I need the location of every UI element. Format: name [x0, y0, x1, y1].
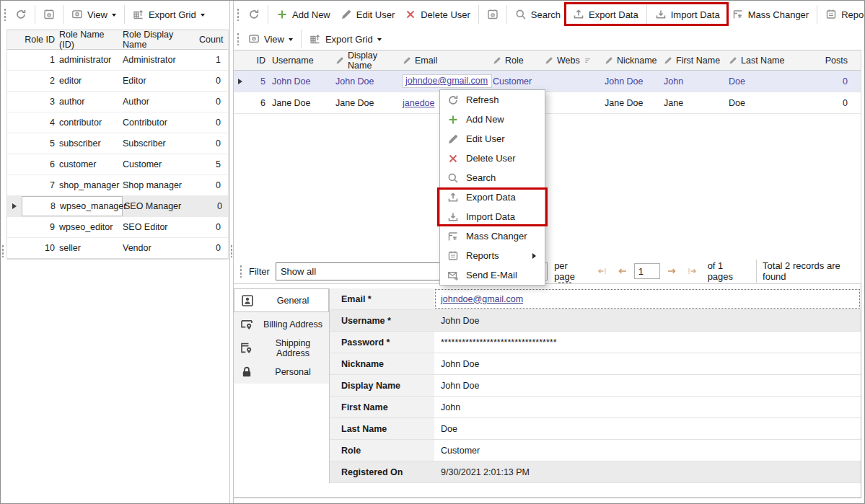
col-header-display-name[interactable]: Display Name	[335, 50, 403, 71]
import-data-button[interactable]: Import Data	[650, 3, 725, 26]
password-field[interactable]: *********************************	[434, 332, 861, 353]
export-data-button[interactable]: Export Data	[568, 3, 644, 26]
menu-item-export-data[interactable]: Export Data	[440, 187, 545, 207]
add-new-button[interactable]: Add New	[271, 3, 335, 26]
submenu-arrow-icon	[532, 253, 539, 259]
reports-label: Reports	[841, 9, 865, 20]
row-indicator-header	[234, 50, 247, 70]
role-row[interactable]: 3authorAuthor0	[7, 92, 228, 112]
first-name-field-label: First Name	[330, 397, 434, 417]
col-header-first-name[interactable]: First Name	[664, 56, 729, 66]
refresh-button[interactable]	[243, 3, 265, 26]
menu-item-import-data[interactable]: Import Data	[440, 207, 545, 226]
user-row-selected[interactable]: 5 John Doe John Doe johndoe@gmail.com Cu…	[234, 71, 861, 92]
menu-item-add-new[interactable]: Add New	[440, 110, 545, 129]
email-value-link[interactable]: johndoe@gmail.com	[441, 294, 523, 304]
edit-user-button[interactable]: Edit User	[335, 3, 400, 26]
pencil-icon	[341, 9, 352, 20]
col-header-last-name[interactable]: Last Name	[729, 56, 797, 66]
tab-billing-address-label: Billing Address	[260, 319, 329, 330]
col-header-posts[interactable]: Posts	[797, 56, 855, 66]
role-row[interactable]: 5subscriberSubscriber0	[7, 133, 228, 154]
email-link[interactable]: johndoe@gmail.com	[405, 76, 488, 86]
user-row[interactable]: 6 Jane Doe Jane Doe janedoe Jane Doe Jan…	[234, 92, 861, 114]
tab-general[interactable]: General	[234, 288, 329, 312]
col-header-nickname[interactable]: Nickname	[605, 56, 664, 66]
search-label: Search	[531, 9, 561, 20]
role-row[interactable]: 4contributorContributor0	[7, 112, 228, 133]
mass-changer-button[interactable]: Mass Changer	[727, 3, 814, 26]
role-count-cell: 1	[199, 55, 225, 65]
tab-billing-address[interactable]: Billing Address	[234, 312, 329, 336]
view-dropdown-button[interactable]: View	[243, 27, 298, 50]
export-grid-dropdown-button[interactable]: Export Grid	[304, 27, 387, 50]
role-count-cell: 0	[199, 243, 225, 253]
toolbar-drag-handle[interactable]	[240, 265, 242, 278]
pencil-icon	[664, 56, 672, 65]
grid-eye-icon	[487, 9, 499, 20]
menu-item-refresh[interactable]: Refresh	[440, 90, 545, 110]
users-table-header: ID Username Display Name Email Role Webs…	[234, 50, 861, 71]
role-count-cell: 5	[199, 159, 225, 169]
menu-item-send-email[interactable]: Send E-Mail	[440, 265, 545, 285]
role-row[interactable]: 1administratorAdministrator1	[7, 50, 228, 71]
menu-item-search[interactable]: Search	[440, 168, 545, 187]
auto-refresh-button[interactable]	[38, 3, 60, 26]
display-name-field[interactable]: John Doe	[434, 375, 861, 396]
tab-shipping-address[interactable]: Shipping Address	[234, 336, 329, 360]
first-name-field[interactable]: John	[434, 397, 861, 417]
col-header-id[interactable]: ID	[247, 56, 265, 66]
menu-item-reports[interactable]: Reports	[440, 246, 545, 265]
col-header-username[interactable]: Username	[265, 56, 335, 66]
role-row[interactable]: 7shop_managerShop manager0	[7, 175, 228, 196]
col-header-webs[interactable]: Webs	[545, 56, 605, 66]
toolbar-drag-handle[interactable]	[237, 8, 240, 21]
toolbar-drag-handle[interactable]	[237, 32, 240, 45]
col-header-email[interactable]: Email	[403, 56, 493, 66]
role-row[interactable]: 9wpseo_editorSEO Editor0	[7, 217, 228, 238]
row-indicator	[7, 133, 22, 154]
delete-user-button[interactable]: Delete User	[400, 3, 475, 26]
last-name-field[interactable]: Doe	[434, 418, 861, 439]
col-header-role-name[interactable]: Role Name (ID)	[59, 30, 121, 50]
refresh-button[interactable]	[10, 3, 32, 26]
next-page-icon[interactable]	[666, 265, 677, 277]
nickname-field[interactable]: John Doe	[434, 353, 861, 374]
col-header-count[interactable]: Count	[199, 35, 225, 45]
display-name-cell: Jane Doe	[335, 98, 403, 108]
menu-item-label: Send E-Mail	[466, 270, 517, 280]
splitter-grip[interactable]	[230, 244, 233, 257]
col-header-role-id[interactable]: Role ID	[22, 35, 59, 45]
col-header-role-display-name[interactable]: Role Display Name	[121, 30, 199, 50]
form-row-username: Username * John Doe	[330, 310, 861, 332]
search-button[interactable]: Search	[510, 3, 566, 26]
nickname-field-label: Nickname	[330, 353, 434, 374]
tab-personal[interactable]: Personal	[234, 360, 329, 384]
role-count-cell: 0	[199, 180, 225, 190]
role-row[interactable]: 2editorEditor0	[7, 71, 228, 92]
role-row[interactable]: 10sellerVendor0	[7, 238, 228, 259]
role-field[interactable]: Customer	[434, 440, 861, 461]
menu-item-edit-user[interactable]: Edit User	[440, 129, 545, 149]
refresh-icon	[248, 9, 260, 20]
first-page-icon[interactable]	[597, 265, 608, 277]
prev-page-icon[interactable]	[617, 265, 628, 277]
role-row-selected[interactable]: 8wpseo_managerSEO Manager0	[7, 196, 228, 217]
last-page-icon[interactable]	[686, 265, 698, 277]
window-splitter-handle[interactable]	[1, 244, 4, 257]
menu-item-delete-user[interactable]: Delete User	[440, 149, 545, 168]
export-grid-label: Export Grid	[325, 34, 373, 45]
toolbar-separator	[301, 30, 302, 48]
toolbar-drag-handle[interactable]	[4, 8, 6, 21]
email-link[interactable]: janedoe	[403, 98, 435, 108]
auto-refresh-button[interactable]	[482, 3, 504, 26]
page-input[interactable]	[634, 263, 660, 279]
email-field[interactable]: johndoe@gmail.com	[434, 288, 861, 309]
reports-dropdown-button[interactable]: Reports	[820, 3, 865, 26]
view-dropdown-button[interactable]: View	[66, 3, 121, 26]
export-grid-dropdown-button[interactable]: Export Grid	[128, 3, 210, 26]
first-name-header-label: First Name	[676, 56, 720, 66]
col-header-role[interactable]: Role	[493, 56, 545, 66]
role-row[interactable]: 6customerCustomer5	[7, 154, 228, 175]
menu-item-mass-changer[interactable]: Mass Changer	[440, 226, 545, 246]
